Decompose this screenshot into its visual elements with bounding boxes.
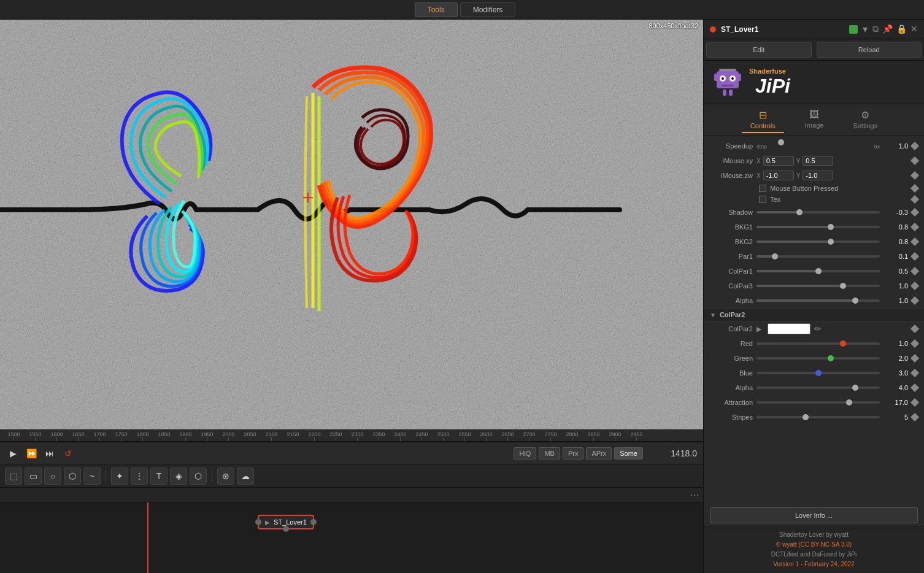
tool-shape[interactable]: ◈ (170, 467, 187, 485)
node-port-right[interactable] (310, 519, 317, 525)
mouse-button-keyframe[interactable] (911, 184, 919, 193)
bkg2-keyframe[interactable] (911, 237, 919, 246)
green-keyframe[interactable] (911, 354, 919, 363)
shadow-track[interactable] (757, 211, 880, 213)
red-thumb[interactable] (840, 340, 846, 347)
color-picker-icon[interactable]: ✏ (814, 324, 822, 334)
tool-box3d[interactable]: ⬡ (190, 467, 207, 485)
mode-mb[interactable]: MB (539, 447, 560, 460)
node-port-left[interactable] (255, 519, 261, 525)
imouse-xy-keyframe[interactable] (911, 156, 919, 165)
colpar3-keyframe[interactable] (911, 282, 919, 290)
play-button[interactable]: ▶ (6, 447, 20, 460)
mode-hiq[interactable]: HiQ (514, 447, 536, 460)
speedup-keyframe[interactable] (911, 142, 919, 150)
bkg2-slider[interactable] (757, 240, 880, 243)
stripes-keyframe[interactable] (911, 413, 919, 421)
colpar1-thumb[interactable] (815, 268, 822, 274)
node-editor-menu[interactable]: ⋯ (690, 489, 699, 501)
colpar1-track[interactable] (757, 270, 880, 272)
mouse-button-checkbox[interactable] (759, 185, 766, 192)
red-slider[interactable] (757, 342, 880, 345)
lover-info-button[interactable]: Lover Info ... (710, 507, 918, 523)
par1-slider[interactable] (757, 255, 880, 258)
imouse-x-input[interactable] (763, 156, 794, 166)
tool-effect1[interactable]: ⊛ (217, 467, 234, 485)
node-expand-icon[interactable]: ▶ (265, 519, 270, 526)
node-box[interactable]: ▶ ST_Lover1 (258, 515, 314, 529)
colpar2-alpha-track[interactable] (757, 386, 880, 389)
par1-keyframe[interactable] (911, 252, 919, 261)
par1-track[interactable] (757, 255, 880, 258)
blue-keyframe[interactable] (911, 369, 919, 377)
tool-select[interactable]: ⬚ (5, 467, 22, 485)
alpha-thumb[interactable] (852, 298, 858, 304)
tool-mesh[interactable]: ⋮ (131, 467, 148, 485)
edit-button[interactable]: Edit (706, 42, 812, 58)
green-track[interactable] (757, 357, 880, 360)
node-port-bottom[interactable] (283, 526, 289, 532)
colpar2-keyframe[interactable] (911, 325, 919, 333)
tab-tools[interactable]: Tools (415, 2, 458, 17)
mode-some[interactable]: Some (614, 447, 643, 460)
attraction-slider[interactable] (757, 401, 880, 404)
tool-polygon[interactable]: ⬡ (64, 467, 81, 485)
shadow-keyframe[interactable] (911, 208, 919, 217)
imouse-zw-y-input[interactable] (803, 171, 833, 180)
node-editor-canvas[interactable]: ▶ ST_Lover1 (0, 502, 703, 573)
shadow-slider[interactable] (757, 211, 880, 213)
colpar2-section-header[interactable]: ▼ ColPar2 (704, 308, 924, 321)
colpar2-expand-icon[interactable]: ▶ (757, 325, 761, 333)
alpha-keyframe[interactable] (911, 296, 919, 305)
imouse-y-input[interactable] (803, 156, 833, 166)
mode-prx[interactable]: Prx (563, 447, 584, 460)
tool-ellipse[interactable]: ○ (44, 467, 61, 485)
imouse-zw-x-input[interactable] (763, 171, 794, 180)
bkg1-thumb[interactable] (828, 224, 834, 230)
nav-tab-controls[interactable]: ⊟ Controls (742, 107, 784, 133)
skip-end-button[interactable]: ⏭ (43, 447, 56, 460)
colpar3-slider[interactable] (757, 285, 880, 287)
imouse-zw-keyframe[interactable] (911, 171, 919, 180)
colpar1-keyframe[interactable] (911, 267, 919, 275)
reload-button[interactable]: Reload (817, 42, 922, 58)
bkg1-keyframe[interactable] (911, 223, 919, 231)
speedup-slider-container[interactable]: stop 5x (757, 142, 880, 150)
green-thumb[interactable] (828, 355, 834, 361)
colpar2-alpha-keyframe[interactable] (911, 383, 919, 392)
panel-lock-icon[interactable]: 🔒 (896, 24, 907, 34)
attraction-thumb[interactable] (846, 399, 852, 406)
tab-modifiers[interactable]: Modifiers (460, 2, 516, 17)
alpha-track[interactable] (757, 299, 880, 302)
panel-pin-icon[interactable]: 📌 (882, 24, 893, 34)
colpar3-track[interactable] (757, 285, 880, 287)
par1-thumb[interactable] (772, 253, 778, 260)
bkg2-thumb[interactable] (828, 239, 834, 245)
mode-aprx[interactable]: APrx (586, 447, 612, 460)
bkg1-slider[interactable] (757, 226, 880, 228)
nav-tab-settings[interactable]: ⚙ Settings (844, 107, 886, 133)
colpar1-slider[interactable] (757, 270, 880, 272)
blue-slider[interactable] (757, 372, 880, 374)
green-slider[interactable] (757, 357, 880, 360)
panel-copy-icon[interactable]: ⧉ (872, 24, 879, 34)
colpar2-color-swatch[interactable] (768, 323, 810, 334)
nav-tab-image[interactable]: 🖼 Image (796, 107, 833, 133)
tex-keyframe[interactable] (911, 195, 919, 204)
blue-thumb[interactable] (815, 370, 822, 376)
blue-track[interactable] (757, 372, 880, 374)
tool-text[interactable]: T (150, 467, 167, 485)
stripes-track[interactable] (757, 416, 880, 418)
red-keyframe[interactable] (911, 339, 919, 348)
speedup-thumb[interactable] (778, 139, 784, 145)
tool-rect[interactable]: ▭ (25, 467, 42, 485)
attraction-track[interactable] (757, 401, 880, 404)
stripes-thumb[interactable] (803, 414, 809, 420)
colpar3-thumb[interactable] (840, 283, 846, 289)
stripes-slider[interactable] (757, 416, 880, 418)
alpha-slider[interactable] (757, 299, 880, 302)
attraction-keyframe[interactable] (911, 398, 919, 407)
tool-particles[interactable]: ✦ (111, 467, 128, 485)
shadow-thumb[interactable] (796, 209, 803, 215)
panel-dropdown-icon[interactable]: ▾ (863, 23, 868, 35)
